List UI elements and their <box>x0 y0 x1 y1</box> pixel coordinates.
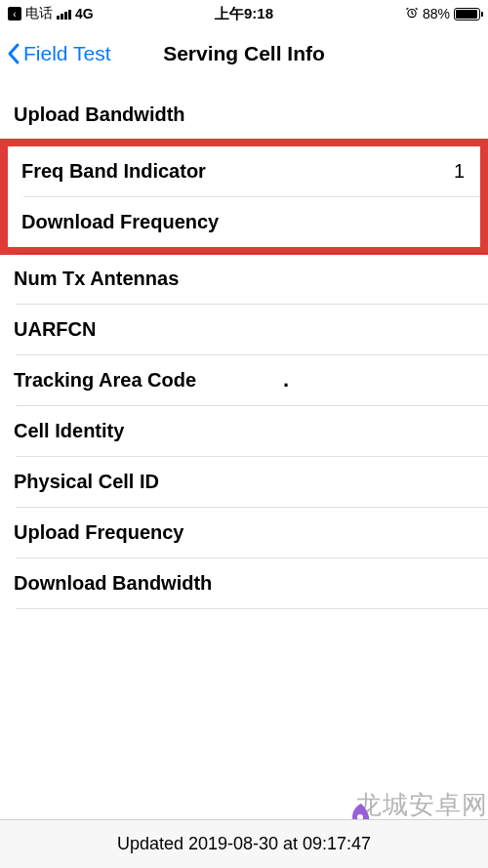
signal-icon <box>57 8 71 20</box>
row-label: Upload Bandwidth <box>14 103 185 126</box>
row-uarfcn[interactable]: UARFCN <box>0 305 488 354</box>
watermark-text: 龙城安卓网 <box>356 788 488 822</box>
row-tracking-area-code[interactable]: Tracking Area Code . <box>0 355 488 405</box>
footer-bar: Updated 2019-08-30 at 09:17:47 <box>0 819 488 868</box>
back-button[interactable]: Field Test <box>6 42 111 65</box>
row-download-frequency[interactable]: Download Frequency <box>8 197 480 247</box>
battery-icon <box>454 8 480 21</box>
info-list: Upload Bandwidth Freq Band Indicator 1 D… <box>0 80 488 609</box>
row-label: Download Bandwidth <box>14 572 212 595</box>
row-physical-cell-id[interactable]: Physical Cell ID <box>0 457 488 507</box>
row-label: Freq Band Indicator <box>21 160 206 183</box>
row-freq-band-indicator[interactable]: Freq Band Indicator 1 <box>8 146 480 196</box>
back-to-app-indicator[interactable]: ‹ <box>8 7 21 21</box>
row-label: Upload Frequency <box>14 521 183 544</box>
separator <box>16 608 488 609</box>
back-label: Field Test <box>23 42 111 65</box>
clock: 上午9:18 <box>215 5 273 23</box>
carrier-label: 电话 <box>25 5 53 22</box>
highlight-annotation: Freq Band Indicator 1 Download Frequency <box>0 139 488 255</box>
row-download-bandwidth[interactable]: Download Bandwidth <box>0 558 488 608</box>
row-label: Tracking Area Code <box>14 369 196 392</box>
row-label: Download Frequency <box>21 211 219 233</box>
row-label: Cell Identity <box>14 420 124 442</box>
status-bar: ‹ 电话 4G 上午9:18 88% <box>0 0 488 27</box>
row-label: Physical Cell ID <box>14 471 159 493</box>
row-label: Num Tx Antennas <box>14 268 179 290</box>
nav-bar: Field Test Serving Cell Info <box>0 27 488 80</box>
row-value: 1 <box>454 160 465 183</box>
row-cell-identity[interactable]: Cell Identity <box>0 406 488 456</box>
alarm-icon <box>405 6 419 22</box>
status-left: ‹ 电话 4G <box>8 5 94 22</box>
row-upload-bandwidth[interactable]: Upload Bandwidth <box>0 90 488 140</box>
row-num-tx-antennas[interactable]: Num Tx Antennas <box>0 254 488 304</box>
row-upload-frequency[interactable]: Upload Frequency <box>0 508 488 558</box>
chevron-left-icon <box>6 42 21 65</box>
status-right: 88% <box>405 6 480 22</box>
dot-marker: . <box>283 366 289 392</box>
battery-percent: 88% <box>423 6 450 21</box>
network-type: 4G <box>75 6 94 21</box>
row-label: UARFCN <box>14 318 96 341</box>
updated-label: Updated 2019-08-30 at 09:17:47 <box>117 834 371 854</box>
page-title: Serving Cell Info <box>163 42 325 65</box>
